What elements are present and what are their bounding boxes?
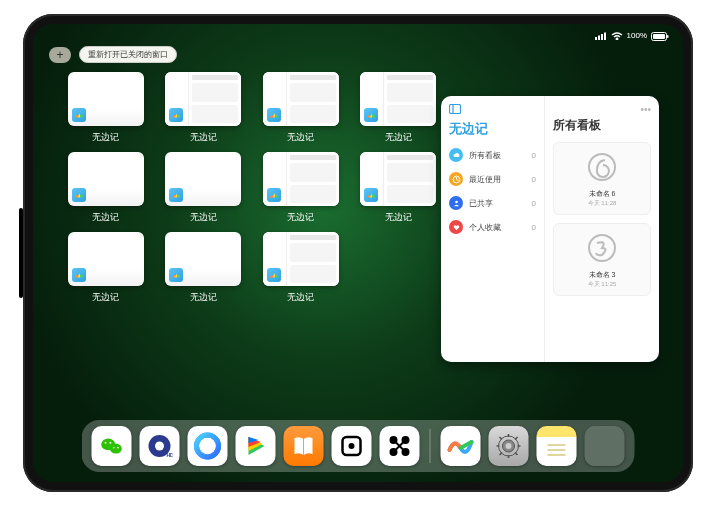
dock-app-video[interactable]	[236, 426, 276, 466]
window-tile-label: 无边记	[385, 131, 412, 144]
dock-app-browser[interactable]: HD	[140, 426, 180, 466]
plus-icon: +	[56, 48, 63, 62]
sidebar-item-count: 0	[532, 199, 536, 208]
window-tile[interactable]: 无边记	[67, 152, 145, 224]
sidebar-item-count: 0	[532, 175, 536, 184]
svg-rect-8	[450, 105, 461, 114]
battery-text: 100%	[627, 31, 647, 40]
window-thumbnail	[165, 72, 241, 126]
svg-point-15	[110, 444, 122, 454]
svg-text:HD: HD	[167, 452, 173, 458]
window-grid: 无边记无边记无边记无边记无边记无边记无边记无边记无边记无边记无边记	[67, 72, 437, 304]
dock-app-qqbrowser[interactable]	[188, 426, 228, 466]
window-thumbnail	[68, 232, 144, 286]
window-tile-label: 无边记	[92, 211, 119, 224]
window-thumbnail	[68, 72, 144, 126]
window-thumbnail	[68, 152, 144, 206]
more-icon[interactable]: •••	[553, 104, 651, 115]
cloud-icon	[449, 148, 463, 162]
svg-point-19	[117, 447, 119, 449]
svg-point-4	[616, 39, 618, 41]
top-controls: + 重新打开已关闭的窗口	[49, 46, 177, 63]
wifi-icon	[611, 31, 623, 40]
freeform-app-icon	[267, 188, 281, 202]
board-sketch	[584, 230, 620, 266]
board-name: 未命名 6	[589, 189, 616, 199]
window-tile[interactable]: 无边记	[262, 232, 340, 304]
svg-rect-0	[595, 37, 597, 40]
board-card[interactable]: 未命名 6今天 11:28	[553, 142, 651, 215]
window-tile[interactable]: 无边记	[360, 72, 438, 144]
svg-point-16	[105, 442, 107, 444]
svg-rect-3	[604, 33, 606, 41]
svg-point-11	[455, 200, 458, 203]
share-icon	[449, 196, 463, 210]
dock-app-library[interactable]	[585, 426, 625, 466]
freeform-app-icon	[169, 108, 183, 122]
sidebar-item-label: 个人收藏	[469, 222, 501, 233]
svg-rect-7	[667, 35, 669, 38]
board-card[interactable]: 未命名 3今天 11:25	[553, 223, 651, 296]
window-tile[interactable]: 无边记	[165, 72, 243, 144]
sidebar-item-count: 0	[532, 151, 536, 160]
freeform-app-icon	[267, 108, 281, 122]
window-tile[interactable]: 无边记	[262, 72, 340, 144]
sidebar-item[interactable]: 所有看板0	[449, 148, 536, 162]
dock-app-graph[interactable]	[380, 426, 420, 466]
window-tile-label: 无边记	[92, 291, 119, 304]
freeform-app-icon	[267, 268, 281, 282]
svg-point-21	[155, 442, 164, 451]
reopen-closed-window-button[interactable]: 重新打开已关闭的窗口	[79, 46, 177, 63]
window-tile[interactable]: 无边记	[165, 232, 243, 304]
board-subtitle: 今天 11:25	[588, 280, 617, 289]
window-tile[interactable]: 无边记	[360, 152, 438, 224]
svg-point-40	[506, 443, 512, 449]
svg-point-18	[113, 447, 115, 449]
freeform-app-icon	[364, 108, 378, 122]
new-window-button[interactable]: +	[49, 47, 71, 63]
freeform-app-icon	[169, 268, 183, 282]
clock-icon	[449, 172, 463, 186]
dock-app-wechat[interactable]	[92, 426, 132, 466]
sidebar-item[interactable]: 已共享0	[449, 196, 536, 210]
window-tile-label: 无边记	[287, 291, 314, 304]
window-tile[interactable]: 无边记	[67, 72, 145, 144]
svg-rect-2	[601, 34, 603, 40]
dock-app-settings[interactable]	[489, 426, 529, 466]
dock: HD	[82, 420, 635, 472]
freeform-window[interactable]: 无边记 所有看板0最近使用0已共享0个人收藏0 ••• 所有看板 未命名 6今天…	[441, 96, 659, 362]
window-thumbnail	[360, 72, 436, 126]
board-sketch	[584, 149, 620, 185]
status-indicators: 100%	[595, 31, 669, 40]
svg-point-31	[349, 443, 355, 449]
freeform-app-icon	[72, 188, 86, 202]
sidebar-item[interactable]: 最近使用0	[449, 172, 536, 186]
sidebar-item-label: 所有看板	[469, 150, 501, 161]
status-bar: 100%	[33, 28, 683, 44]
board-subtitle: 今天 11:28	[588, 199, 617, 208]
window-thumbnail	[360, 152, 436, 206]
window-thumbnail	[165, 152, 241, 206]
dock-app-notes[interactable]	[537, 426, 577, 466]
main-title: 所有看板	[553, 117, 651, 134]
sidebar-toggle-icon[interactable]	[449, 104, 536, 116]
freeform-app-icon	[364, 188, 378, 202]
dock-app-freeform[interactable]	[441, 426, 481, 466]
window-tile-label: 无边记	[385, 211, 412, 224]
window-tile-label: 无边记	[190, 291, 217, 304]
window-tile[interactable]: 无边记	[67, 232, 145, 304]
freeform-app-icon	[72, 268, 86, 282]
dock-separator	[430, 429, 431, 463]
hardware-button	[19, 208, 23, 298]
window-thumbnail	[263, 72, 339, 126]
dock-app-books[interactable]	[284, 426, 324, 466]
window-thumbnail	[263, 152, 339, 206]
svg-rect-1	[598, 36, 600, 41]
window-tile[interactable]: 无边记	[262, 152, 340, 224]
sidebar-item[interactable]: 个人收藏0	[449, 220, 536, 234]
freeform-app-icon	[72, 108, 86, 122]
window-tile[interactable]: 无边记	[165, 152, 243, 224]
svg-point-24	[197, 435, 219, 457]
dock-app-game[interactable]	[332, 426, 372, 466]
sidebar-item-label: 已共享	[469, 198, 493, 209]
